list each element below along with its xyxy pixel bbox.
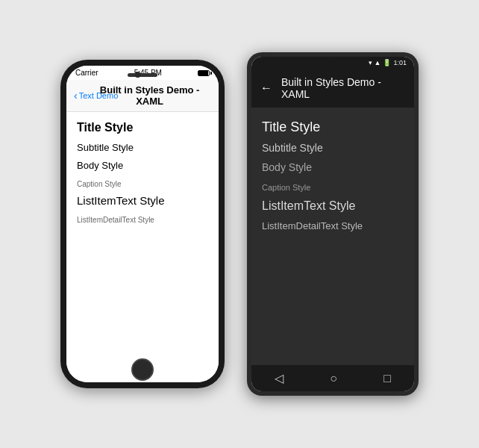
ios-home-button[interactable] — [131, 358, 154, 381]
ios-nav-title: Built in Styles Demo - XAML — [88, 84, 211, 107]
ios-caption-style: Caption Style — [77, 180, 121, 188]
ios-battery-area — [198, 70, 210, 76]
ios-listitemdetail-style: ListItemDetailText Style — [77, 216, 154, 224]
list-item: Subtitle Style — [77, 140, 208, 154]
list-item: Title Style — [262, 119, 404, 135]
ios-camera — [135, 72, 141, 78]
android-time: 1:01 — [393, 59, 407, 66]
list-item: ListItemDetailText Style — [262, 219, 404, 232]
ios-nav-bar: ‹ Text Demo Built in Styles Demo - XAML — [66, 80, 219, 112]
list-item: Body Style — [77, 158, 208, 172]
list-item: Caption Style — [77, 176, 208, 190]
android-caption-style: Caption Style — [262, 183, 310, 192]
android-title-style: Title Style — [262, 119, 320, 134]
list-item: Body Style — [262, 161, 404, 174]
ios-title-style: Title Style — [77, 121, 133, 134]
android-status-icons: ▾ ▲ 🔋 1:01 — [369, 59, 407, 66]
android-recent-nav-button[interactable]: □ — [383, 372, 391, 385]
android-body-style: Body Style — [262, 161, 312, 173]
android-listitemtext-style: ListItemText Style — [262, 199, 355, 212]
android-home-nav-button[interactable]: ○ — [330, 372, 337, 385]
list-item: Title Style — [77, 121, 208, 134]
ios-back-arrow-icon: ‹ — [74, 90, 78, 102]
android-back-nav-button[interactable]: ◁ — [275, 371, 284, 385]
wifi-icon: ▾ — [369, 59, 372, 66]
android-content: Title Style Subtitle Style Body Style Ca… — [251, 108, 414, 365]
ios-body-style: Body Style — [77, 160, 123, 171]
ios-phone: Carrier 5:45 PM ‹ Text Demo Built in Sty… — [60, 60, 225, 388]
android-listitemdetail-style: ListItemDetailText Style — [262, 220, 363, 231]
android-toolbar-title: Built in Styles Demo - XAML — [281, 76, 405, 100]
battery-icon: 🔋 — [383, 59, 391, 66]
list-item: ListItemDetailText Style — [77, 212, 208, 225]
android-phone: ▾ ▲ 🔋 1:01 ← Built in Styles Demo - XAML… — [247, 52, 419, 396]
ios-content: Title Style Subtitle Style Body Style Ca… — [66, 112, 219, 382]
ios-subtitle-style: Subtitle Style — [77, 142, 134, 153]
signal-icon: ▲ — [375, 59, 381, 66]
list-item: ListItemText Style — [262, 199, 404, 213]
ios-carrier: Carrier — [75, 69, 98, 77]
list-item: Caption Style — [262, 180, 404, 193]
android-toolbar: ← Built in Styles Demo - XAML — [251, 69, 414, 108]
ios-listitemtext-style: ListItemText Style — [77, 194, 165, 207]
android-camera — [330, 60, 336, 66]
android-nav-bar: ◁ ○ □ — [251, 365, 414, 391]
list-item: Subtitle Style — [262, 141, 404, 155]
list-item: ListItemText Style — [77, 194, 208, 208]
android-subtitle-style: Subtitle Style — [262, 142, 323, 154]
ios-battery-icon — [198, 70, 210, 76]
android-back-button[interactable]: ← — [260, 81, 272, 95]
ios-speaker — [128, 73, 157, 77]
